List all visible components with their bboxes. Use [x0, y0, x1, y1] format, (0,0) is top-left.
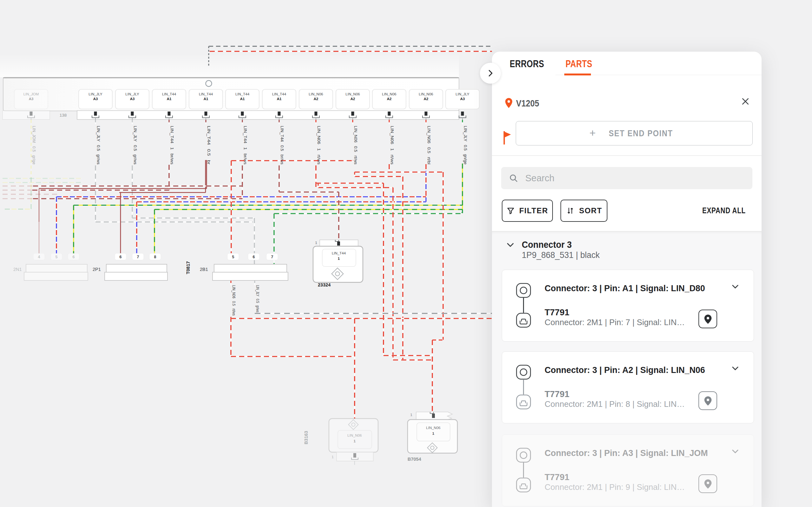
svg-text:LIN_N06 1 rt/ws: LIN_N06 1 rt/ws [390, 126, 394, 164]
svg-text:A1: A1 [167, 97, 171, 101]
svg-text:LIN_N06: LIN_N06 [345, 92, 360, 96]
svg-text:A1: A1 [277, 97, 282, 101]
svg-text:1: 1 [410, 413, 412, 417]
svg-text:6: 6 [72, 255, 75, 259]
svg-text:LIN_JOM 0.5 gr/ge: LIN_JOM 0.5 gr/ge [32, 126, 36, 164]
svg-text:1: 1 [338, 257, 340, 261]
svg-text:LIN_JLY: LIN_JLY [125, 92, 139, 96]
svg-text:LIN_JLY: LIN_JLY [89, 92, 102, 96]
svg-text:A1: A1 [240, 97, 245, 101]
svg-text:A2: A2 [387, 97, 392, 101]
svg-text:LIN_JOM: LIN_JOM [23, 92, 39, 96]
svg-text:T0817: T0817 [186, 261, 191, 274]
svg-text:LIN_N06: LIN_N06 [419, 92, 433, 96]
svg-text:1: 1 [432, 432, 435, 435]
svg-text:4: 4 [38, 255, 40, 259]
svg-text:LIN_T44 0.5 br: LIN_T44 0.5 br [206, 126, 211, 164]
svg-text:LIN_N06: LIN_N06 [382, 92, 396, 96]
svg-text:1: 1 [332, 455, 334, 459]
svg-text:1: 1 [315, 241, 317, 245]
svg-text:LIN_JLY 0.5 gr/ws: LIN_JLY 0.5 gr/ws [255, 285, 260, 313]
svg-text:LIN_N06 0.5 rt/ws: LIN_N06 0.5 rt/ws [232, 285, 236, 316]
svg-text:LIN_N06: LIN_N06 [426, 426, 440, 430]
svg-text:LIN_N06: LIN_N06 [309, 92, 323, 96]
svg-text:6: 6 [253, 255, 255, 259]
svg-text:2N1: 2N1 [13, 267, 22, 272]
svg-text:A2: A2 [351, 97, 355, 101]
svg-text:LIN_T44 0.5 br/ws: LIN_T44 0.5 br/ws [280, 126, 284, 164]
svg-text:23324: 23324 [318, 282, 331, 287]
svg-text:A2: A2 [424, 97, 428, 101]
svg-text:A2: A2 [314, 97, 318, 101]
svg-text:1: 1 [354, 439, 356, 443]
svg-text:7: 7 [137, 255, 139, 259]
svg-text:2P1: 2P1 [93, 267, 101, 272]
svg-text:B3163: B3163 [304, 431, 309, 445]
svg-text:A1: A1 [204, 97, 208, 101]
svg-text:LIN_T44: LIN_T44 [199, 92, 213, 96]
svg-text:LIN_N06 0.5 rt/bl: LIN_N06 0.5 rt/bl [426, 126, 431, 164]
svg-text:LIN_T44: LIN_T44 [272, 92, 287, 96]
svg-text:LIN_T44 1 br/ws: LIN_T44 1 br/ws [170, 126, 174, 164]
svg-text:LIN_JLY 0.5 gn/ge: LIN_JLY 0.5 gn/ge [463, 126, 467, 164]
svg-text:A3: A3 [93, 97, 98, 101]
svg-text:A3: A3 [460, 97, 465, 101]
svg-text:B7054: B7054 [408, 457, 421, 462]
svg-text:LIN_T44 1 br/ws: LIN_T44 1 br/ws [243, 126, 247, 164]
svg-text:LIN_JLY: LIN_JLY [455, 92, 469, 96]
svg-text:5: 5 [55, 255, 58, 259]
svg-text:LIN_T44: LIN_T44 [235, 92, 250, 96]
svg-text:LIN_N06 1 rt/ws: LIN_N06 1 rt/ws [316, 126, 321, 164]
svg-text:LIN_JLY 0.5 gr/ws: LIN_JLY 0.5 gr/ws [96, 126, 101, 164]
svg-text:LIN_N06 0.5 rt/ws: LIN_N06 0.5 rt/ws [353, 126, 358, 164]
svg-text:6: 6 [119, 255, 122, 259]
svg-text:8: 8 [154, 255, 156, 259]
svg-text:A3: A3 [130, 97, 135, 101]
svg-text:LIN_JLY 0.5 gr/ws: LIN_JLY 0.5 gr/ws [133, 126, 137, 164]
svg-text:5: 5 [232, 255, 235, 259]
svg-text:2B1: 2B1 [200, 267, 208, 272]
svg-text:7: 7 [271, 255, 273, 259]
svg-text:LIN_T44: LIN_T44 [332, 251, 346, 255]
svg-text:LIN_N06: LIN_N06 [347, 434, 362, 437]
svg-text:LIN_T44: LIN_T44 [162, 92, 176, 96]
svg-text:A3: A3 [29, 97, 34, 101]
svg-text:138: 138 [60, 113, 67, 118]
